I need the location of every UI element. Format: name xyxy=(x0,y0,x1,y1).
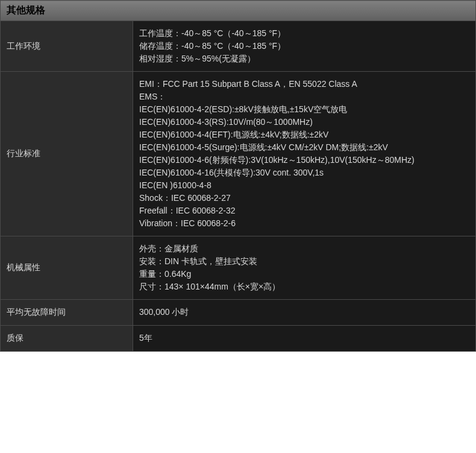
spec-value-line: Shock：IEC 60068-2-27 xyxy=(139,192,469,204)
spec-value-line: IEC(EN)61000-4-3(RS):10V/m(80～1000MHz) xyxy=(139,116,469,128)
spec-label: 质保 xyxy=(1,326,133,352)
spec-value-line: EMS： xyxy=(139,90,469,103)
spec-value-line: IEC(EN)61000-4-6(射频传导):3V(10kHz～150kHz),… xyxy=(139,154,469,166)
spec-value-line: IEC(EN)61000-4-4(EFT):电源线:±4kV;数据线:±2kV xyxy=(139,128,469,141)
spec-label: 平均无故障时间 xyxy=(1,300,133,326)
spec-value-line: 安装：DIN 卡轨式，壁挂式安装 xyxy=(139,255,469,268)
spec-value-line: Freefall：IEC 60068-2-32 xyxy=(139,204,469,217)
spec-value-line: 外壳：金属材质 xyxy=(139,242,469,255)
spec-value: 300,000 小时 xyxy=(133,300,476,326)
table-row: 机械属性外壳：金属材质安装：DIN 卡轨式，壁挂式安装重量：0.64Kg尺寸：1… xyxy=(1,236,476,300)
table-row: 行业标准EMI：FCC Part 15 Subpart B Class A，EN… xyxy=(1,72,476,236)
spec-table: 其他规格工作环境工作温度：-40～85 °C（-40～185 °F）储存温度：-… xyxy=(0,0,476,352)
spec-value-line: 储存温度：-40～85 °C（-40～185 °F） xyxy=(139,40,469,52)
spec-value-line: 5年 xyxy=(139,332,469,344)
table-row: 工作环境工作温度：-40～85 °C（-40～185 °F）储存温度：-40～8… xyxy=(1,21,476,72)
spec-value-line: 尺寸：143× 101×44mm（长×宽×高） xyxy=(139,280,469,293)
spec-value-line: 工作温度：-40～85 °C（-40～185 °F） xyxy=(139,27,469,40)
spec-table-body: 其他规格工作环境工作温度：-40～85 °C（-40～185 °F）储存温度：-… xyxy=(1,1,476,352)
spec-value-line: IEC(EN)61000-4-5(Surge):电源线:±4kV CM/±2kV… xyxy=(139,141,469,154)
spec-value-line: EMI：FCC Part 15 Subpart B Class A，EN 550… xyxy=(139,78,469,90)
spec-value: 外壳：金属材质安装：DIN 卡轨式，壁挂式安装重量：0.64Kg尺寸：143× … xyxy=(133,236,476,300)
spec-value: 工作温度：-40～85 °C（-40～185 °F）储存温度：-40～85 °C… xyxy=(133,21,476,72)
spec-value: EMI：FCC Part 15 Subpart B Class A，EN 550… xyxy=(133,72,476,236)
spec-value-line: 300,000 小时 xyxy=(139,306,469,318)
spec-value-line: 重量：0.64Kg xyxy=(139,268,469,280)
spec-value-line: IEC(EN)61000-4-16(共模传导):30V cont. 300V,1… xyxy=(139,166,469,179)
spec-value-line: IEC(EN )61000-4-8 xyxy=(139,179,469,192)
spec-label: 行业标准 xyxy=(1,72,133,236)
table-row: 平均无故障时间300,000 小时 xyxy=(1,300,476,326)
section-header: 其他规格 xyxy=(1,1,476,21)
spec-label: 机械属性 xyxy=(1,236,133,300)
spec-value-line: Vibration：IEC 60068-2-6 xyxy=(139,217,469,230)
spec-value-line: IEC(EN)61000-4-2(ESD):±8kV接触放电,±15kV空气放电 xyxy=(139,103,469,116)
spec-label: 工作环境 xyxy=(1,21,133,72)
table-row: 质保5年 xyxy=(1,326,476,352)
spec-value-line: 相对湿度：5%～95%(无凝露） xyxy=(139,52,469,65)
spec-value: 5年 xyxy=(133,326,476,352)
